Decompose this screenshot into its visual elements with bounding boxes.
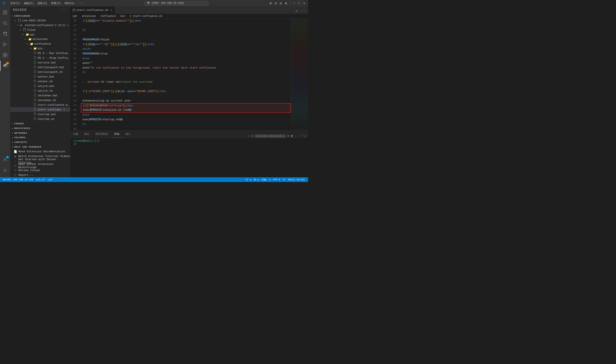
activity-search[interactable] bbox=[0, 18, 10, 28]
status-git[interactable]: ⎇ 0 bbox=[46, 177, 54, 182]
breadcrumb-bin[interactable]: bin bbox=[120, 15, 125, 18]
file-item[interactable]: setenv.bat bbox=[10, 74, 70, 79]
confluence-item[interactable]: ▾ 📁 confluence bbox=[10, 42, 70, 46]
terminal-new-icon[interactable]: ⊞ bbox=[287, 134, 289, 138]
help-walkthrough[interactable]: ◻ Open Docker Extension Walkthrough bbox=[10, 163, 70, 168]
code-line[interactable] bbox=[81, 75, 291, 80]
menu-select[interactable]: 选择(S) bbox=[36, 1, 49, 6]
terminal-split-button[interactable]: ⊟ bbox=[251, 134, 253, 138]
activity-explorer[interactable] bbox=[0, 7, 10, 17]
terminal-expand-button[interactable]: ⌃ bbox=[301, 134, 303, 138]
file-item[interactable]: start-confluence.sh⧉↗ bbox=[10, 107, 70, 112]
code-line[interactable] bbox=[81, 84, 291, 89]
new-terminal-button[interactable]: + bbox=[248, 134, 250, 138]
panel-tab-debug[interactable]: 调试控制台 bbox=[92, 130, 111, 138]
breadcrumb-opt[interactable]: opt bbox=[73, 15, 77, 18]
activity-docker[interactable]: 2 bbox=[0, 61, 10, 71]
status-row[interactable]: 行 4, 列 9 bbox=[245, 177, 260, 182]
titlebar-menu[interactable]: 文件(F) 编辑(E) 选择(S) 查看(V) 转到(G) ··· bbox=[9, 1, 85, 6]
terminal-trash-icon[interactable]: 🗑 bbox=[290, 134, 293, 138]
code-line[interactable]: echo executing as current user bbox=[81, 98, 291, 103]
code-line[interactable]: exec $PRGDIR/startup.sh $@ bbox=[81, 117, 291, 122]
cve-container-item[interactable]: ▾ cve-2022-26134 bbox=[10, 18, 70, 23]
file-item[interactable]: setclasspath.bat bbox=[10, 65, 70, 70]
status-eol[interactable]: LF bbox=[281, 177, 287, 182]
files-item[interactable]: ▾ Files bbox=[10, 27, 70, 32]
file-item[interactable]: startup.bat bbox=[10, 112, 70, 117]
menu-view[interactable]: 查看(V) bbox=[49, 1, 63, 6]
minimize-button[interactable]: ─ bbox=[292, 1, 296, 5]
menu-edit[interactable]: 编辑(E) bbox=[22, 1, 36, 6]
vulhub-container-item[interactable]: ▾ ▶ vulhub/confluence:7.13.6 cve-2... bbox=[10, 23, 70, 28]
breadcrumb-atlassian[interactable]: atlassian bbox=[82, 15, 96, 18]
activity-source-control[interactable] bbox=[0, 29, 10, 39]
menu-goto[interactable]: 转到(G) bbox=[63, 1, 76, 6]
code-line[interactable]: fi bbox=[81, 122, 291, 127]
menu-more[interactable]: ··· bbox=[77, 1, 85, 6]
code-line[interactable]: echo "To run Confluence in the foregroun… bbox=[81, 65, 291, 70]
bin-item[interactable]: ▾ 📁 bin bbox=[10, 46, 70, 51]
breadcrumb-confluence[interactable]: confluence bbox=[100, 15, 116, 18]
code-line[interactable] bbox=[81, 94, 291, 98]
activity-extensions[interactable] bbox=[0, 50, 10, 60]
code-line[interactable]: PRGRUNMODE=false bbox=[81, 37, 291, 42]
help-read-docs[interactable]: 📄 Read Extension Documentation bbox=[10, 149, 70, 154]
code-line[interactable]: if [[ ${@} == *"-fg"* ]] || [[ ${@} == *… bbox=[81, 42, 291, 47]
status-errors[interactable]: ⊗ 0 ⚠ 0 bbox=[35, 177, 45, 182]
activity-run[interactable] bbox=[0, 39, 10, 50]
panel-tab-problems[interactable]: 问题 bbox=[70, 130, 81, 138]
file-item[interactable]: shutdown.sh bbox=[10, 98, 70, 103]
layout-menu-icon[interactable]: ⊞ bbox=[284, 1, 288, 5]
code-line[interactable]: fi bbox=[81, 28, 291, 33]
code-line[interactable]: exec $PRGDIR/catalina.sh run $@ bbox=[81, 108, 291, 113]
file-item[interactable]: setjre.sh bbox=[10, 89, 70, 93]
help-review[interactable]: ◻ Review Issues bbox=[10, 168, 70, 173]
active-tab[interactable]: start-confluence.sh ✕ bbox=[70, 6, 115, 14]
menu-file[interactable]: 文件(F) bbox=[9, 1, 22, 6]
search-bar[interactable]: 🔍 [SSH: 192.168.19.148] bbox=[144, 1, 208, 6]
copy-icon[interactable]: ⧉ bbox=[63, 108, 66, 112]
terminal-area[interactable]: -(root@kali)-[/] -# bbox=[70, 138, 308, 177]
status-language[interactable]: Shell Script bbox=[287, 177, 306, 182]
code-line[interactable]: shift bbox=[81, 47, 291, 52]
help-report[interactable]: ◻ Report... bbox=[10, 173, 70, 177]
contexts-section[interactable]: ▸ CONTEXTS bbox=[10, 140, 70, 145]
sidebar-more-button[interactable]: ··· bbox=[61, 8, 68, 12]
terminal-more-button[interactable]: ··· bbox=[295, 134, 300, 138]
code-line[interactable]: else bbox=[81, 56, 291, 61]
file-item[interactable]: OS X - Run Confluence In T... bbox=[10, 51, 70, 55]
status-spaces[interactable]: 空格: 4 bbox=[260, 177, 272, 182]
status-ssh[interactable]: SSH: 192.168.19.148 bbox=[2, 177, 34, 182]
close-button[interactable]: ✕ bbox=[302, 1, 306, 5]
file-item[interactable]: startup.sh bbox=[10, 117, 70, 121]
breadcrumb-file[interactable]: start-confluence.sh bbox=[133, 15, 162, 18]
opt-item[interactable]: ▾ 📁 opt bbox=[10, 32, 70, 37]
registries-section[interactable]: ▸ REGISTRIES bbox=[10, 126, 70, 131]
terminal-close-button[interactable]: ✕ bbox=[305, 134, 306, 138]
file-item[interactable]: setclasspath.sh bbox=[10, 70, 70, 74]
layout-panel-icon[interactable]: ⊟ bbox=[279, 1, 283, 5]
layout-editor-icon[interactable]: ⊡ bbox=[274, 1, 278, 5]
code-line[interactable] bbox=[81, 23, 291, 28]
images-section[interactable]: ▸ IMAGES bbox=[10, 121, 70, 126]
panel-tab-output[interactable]: 输出 bbox=[81, 130, 92, 138]
tab-close-button[interactable]: ✕ bbox=[110, 8, 112, 12]
more-editor-button[interactable]: ··· bbox=[299, 9, 306, 14]
help-section[interactable]: ▾ HELP AND FEEDBACK bbox=[10, 145, 70, 149]
code-line[interactable] bbox=[81, 33, 291, 37]
activity-account[interactable]: 1 bbox=[0, 155, 10, 165]
file-item[interactable]: service.bat bbox=[10, 60, 70, 65]
code-content[interactable]: if [[ ${@} == *"disable-addons"* ]]; the… bbox=[81, 19, 291, 130]
panel-tab-terminal[interactable]: 终端 bbox=[111, 130, 122, 138]
layout-sidebar-icon[interactable]: ⊞ bbox=[268, 1, 273, 5]
code-line[interactable]: if [ "$PRGRUNMODE" == "true" ] ; then bbox=[81, 103, 291, 108]
code-line[interactable]: else bbox=[81, 113, 291, 117]
file-item[interactable]: OS X - Stop Confluence.co... bbox=[10, 55, 70, 60]
file-item[interactable]: shutdown.bat bbox=[10, 93, 70, 98]
networks-section[interactable]: ▸ NETWORKS bbox=[10, 131, 70, 135]
open-icon[interactable]: ↗ bbox=[67, 108, 69, 112]
panel-tab-ports[interactable]: 端口 bbox=[122, 130, 134, 138]
code-line[interactable]: echo "" bbox=[81, 61, 291, 65]
code-line[interactable]: if [[ ${@} == *"disable-addons"* ]]; the… bbox=[81, 19, 291, 23]
atlassian-item[interactable]: ▾ 📁 atlassian bbox=[10, 37, 70, 42]
